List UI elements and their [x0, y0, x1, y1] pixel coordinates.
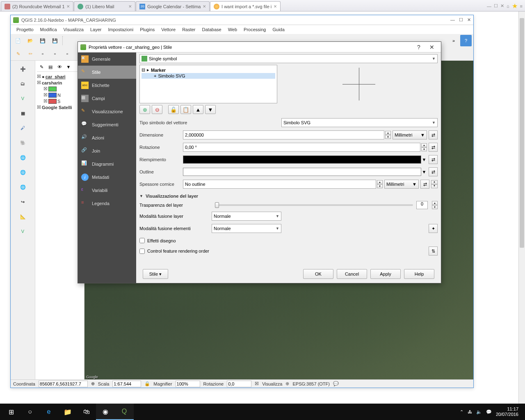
tool-icon[interactable]: ▫ — [37, 48, 48, 59]
pencil-icon[interactable]: ✎ — [12, 48, 24, 59]
network-icon[interactable]: 🖧 — [468, 409, 472, 414]
dialog-titlebar[interactable]: Proprietà vettore - car_sharing_geo | St… — [78, 42, 441, 52]
apply-button[interactable]: Apply — [370, 269, 401, 279]
close-icon[interactable]: × — [67, 3, 70, 9]
layer-name[interactable]: carsharin — [42, 80, 62, 85]
sidebar-item-generale[interactable]: ✖Generale — [78, 52, 136, 66]
outline-color-well[interactable] — [183, 168, 421, 176]
layer-style-icon[interactable]: ✎ — [38, 63, 45, 71]
sidebar-item-variabili[interactable]: εVariabili — [78, 184, 136, 197]
close-icon[interactable]: ✕ — [467, 17, 471, 23]
blend-element-combo[interactable]: Normale▼ — [212, 224, 281, 233]
menu-layer[interactable]: Layer — [88, 26, 104, 33]
menu-web[interactable]: Web — [226, 26, 240, 33]
cancel-button[interactable]: Cancel — [337, 269, 367, 279]
sidebar-item-azioni[interactable]: 🔊Azioni — [78, 131, 136, 144]
sidebar-item-campi[interactable]: ▦Campi — [78, 92, 136, 105]
coord-input[interactable] — [39, 381, 88, 387]
symbol-layer-tree[interactable]: ⊟▸Marker +Simbolo SVG — [139, 65, 277, 103]
raster-icon[interactable]: ▦ — [17, 107, 29, 119]
browser-tab-libero[interactable]: (1) Libero Mail × — [74, 1, 135, 11]
lock-icon[interactable]: 🔒 — [144, 381, 150, 386]
menu-plugins[interactable]: Plugins — [137, 26, 157, 33]
sidebar-item-visualizzazione[interactable]: ✎Visualizzazione — [78, 105, 136, 118]
move-down-icon[interactable]: ▼ — [205, 105, 216, 114]
layer-name[interactable]: car_shari — [46, 74, 66, 79]
menu-processing[interactable]: Processing — [241, 26, 268, 33]
postgis-icon[interactable]: 🐘 — [17, 137, 29, 148]
crs-label[interactable]: EPSG:3857 (OTF) — [292, 381, 329, 386]
filter-icon[interactable]: ▼ — [65, 63, 72, 71]
symbol-type-combo[interactable]: Single symbol ▼ — [139, 54, 438, 63]
maximize-icon[interactable]: ☐ — [459, 17, 463, 23]
blend-layer-combo[interactable]: Normale▼ — [212, 212, 281, 221]
save-icon[interactable]: 💾 — [37, 35, 48, 46]
maximize-icon[interactable]: ☐ — [494, 3, 498, 9]
store-icon[interactable]: 🛍 — [77, 404, 96, 420]
ruler-icon[interactable]: 📐 — [17, 211, 29, 222]
data-defined-icon[interactable]: ⇄ — [429, 167, 438, 176]
remove-symbol-icon[interactable]: ⊖ — [152, 105, 162, 114]
vector-layer-icon[interactable]: V — [17, 226, 29, 237]
browser-tab-roundcube[interactable]: (2) Roundcube Webmail 1 × — [1, 1, 73, 11]
sidebar-item-stile[interactable]: ✎Stile — [78, 66, 136, 79]
rotation-input[interactable] — [227, 381, 251, 387]
border-unit-combo[interactable]: Millimetri▼ — [384, 180, 419, 189]
style-dropdown-button[interactable]: Stile ▾ — [143, 269, 168, 279]
menu-vettore[interactable]: Vettore — [159, 26, 178, 33]
layer-name[interactable]: Google Satelli — [42, 105, 72, 110]
arrow-icon[interactable]: ↪ — [17, 196, 29, 208]
dimension-unit-combo[interactable]: Millimetri▼ — [393, 130, 427, 139]
notification-icon[interactable]: 💬 — [486, 409, 492, 415]
close-icon[interactable]: × — [274, 3, 277, 9]
globe-icon[interactable]: 🌐 — [17, 181, 29, 193]
menu-icon[interactable]: ≡ — [520, 4, 523, 9]
symbol-type-select[interactable]: Simbolo SVG▼ — [281, 118, 438, 127]
menu-database[interactable]: Database — [200, 26, 224, 33]
menu-raster[interactable]: Raster — [180, 26, 198, 33]
messages-icon[interactable]: 💬 — [333, 381, 339, 386]
sidebar-item-join[interactable]: 🔗Join — [78, 144, 136, 158]
bookmark-star-icon[interactable]: ★ — [512, 2, 518, 10]
layer-filter-icon[interactable]: ▤ — [47, 63, 54, 71]
menu-impostazioni[interactable]: Impostazioni — [105, 26, 136, 33]
minimize-icon[interactable]: ― — [487, 4, 491, 9]
new-project-icon[interactable]: 📄 — [12, 35, 24, 46]
identify-icon[interactable]: 👁 — [56, 63, 63, 71]
open-icon[interactable]: 📂 — [25, 35, 36, 46]
vector-icon[interactable]: V — [17, 93, 29, 104]
duplicate-icon[interactable]: 📋 — [180, 105, 191, 114]
sidebar-item-diagrammi[interactable]: 📊Diagrammi — [78, 158, 136, 171]
sidebar-item-metadati[interactable]: iMetadati — [78, 171, 136, 184]
menu-progetto[interactable]: Progetto — [14, 26, 36, 33]
effects-settings-icon[interactable]: ✦ — [429, 224, 438, 233]
mouse-icon[interactable]: ⊕ — [91, 381, 95, 386]
browser-scrollbar[interactable] — [518, 11, 525, 404]
data-defined-icon[interactable]: ⇄ — [429, 130, 438, 139]
overflow-icon[interactable]: » — [448, 35, 459, 46]
tool-icon[interactable]: ▫ — [62, 48, 73, 59]
edge-icon[interactable]: e — [39, 404, 58, 420]
volume-icon[interactable]: 🔈 — [476, 409, 482, 415]
data-defined-icon[interactable]: ⇄ — [420, 180, 429, 189]
close-icon[interactable]: × — [203, 3, 206, 9]
layer-manager-icon[interactable]: 🗂 — [17, 78, 29, 89]
add-symbol-icon[interactable]: ⊕ — [139, 105, 150, 114]
rendering-order-checkbox[interactable] — [139, 249, 145, 254]
browser-tab-calendar[interactable]: 20 Google Calendar - Settima × — [136, 1, 210, 11]
globe-icon[interactable]: 🌐 — [17, 167, 29, 178]
ok-button[interactable]: OK — [303, 269, 333, 279]
search-icon[interactable]: ○ — [21, 404, 39, 420]
home-icon[interactable]: ⌂ — [507, 4, 509, 9]
transparency-slider[interactable] — [215, 204, 413, 206]
sidebar-item-etichette[interactable]: abcEtichette — [78, 79, 136, 92]
globe-icon[interactable]: 🌐 — [17, 152, 29, 163]
dimension-input[interactable]: 2,000000 — [183, 130, 384, 139]
minimize-icon[interactable]: ― — [450, 17, 455, 23]
fill-color-well[interactable] — [183, 155, 421, 164]
lock-symbol-icon[interactable]: 🔓 — [168, 105, 179, 114]
help-icon[interactable]: ? — [460, 35, 472, 46]
feather-icon[interactable]: 🖋 — [17, 122, 29, 134]
data-defined-icon[interactable]: ⇄ — [429, 143, 438, 152]
edit-pencil-icon[interactable]: ✏ — [25, 48, 36, 59]
